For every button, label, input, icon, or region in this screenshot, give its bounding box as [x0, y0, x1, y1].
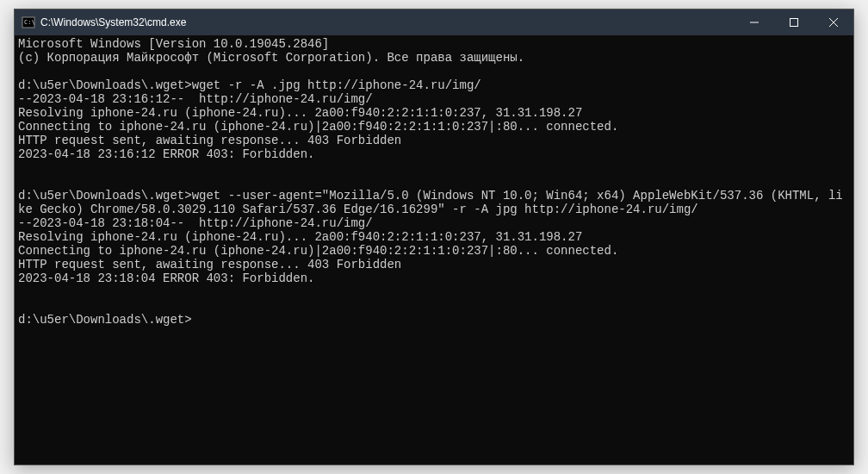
titlebar-buttons — [735, 9, 853, 35]
window-title: C:\Windows\System32\cmd.exe — [40, 16, 186, 28]
titlebar[interactable]: C:\ C:\Windows\System32\cmd.exe — [15, 9, 853, 35]
terminal-line: Resolving iphone-24.ru (iphone-24.ru)...… — [18, 230, 850, 244]
cmd-window: C:\ C:\Windows\System32\cmd.exe Microsof… — [14, 9, 854, 465]
svg-text:C:\: C:\ — [24, 19, 35, 26]
maximize-button[interactable] — [774, 9, 814, 35]
terminal-line: d:\u5er\Downloads\.wget>wget --user-agen… — [18, 189, 850, 216]
terminal-line: HTTP request sent, awaiting response... … — [18, 258, 850, 271]
terminal-line: Connecting to iphone-24.ru (iphone-24.ru… — [18, 120, 850, 134]
cmd-icon: C:\ — [22, 16, 35, 29]
terminal-line: 2023-04-18 23:16:12 ERROR 403: Forbidden… — [18, 147, 850, 161]
terminal-line: (c) Корпорация Майкрософт (Microsoft Cor… — [18, 51, 850, 65]
terminal-line: Microsoft Windows [Version 10.0.19045.28… — [18, 37, 850, 51]
terminal-line — [18, 175, 850, 189]
terminal-line: d:\u5er\Downloads\.wget> — [18, 313, 850, 327]
terminal-line — [18, 65, 850, 78]
terminal-line — [18, 299, 850, 313]
terminal-line — [18, 285, 850, 299]
svg-rect-3 — [790, 19, 798, 27]
minimize-button[interactable] — [735, 9, 774, 35]
terminal-line: --2023-04-18 23:18:04-- http://iphone-24… — [18, 216, 850, 230]
terminal-line: d:\u5er\Downloads\.wget>wget -r -A .jpg … — [18, 78, 850, 92]
terminal-line: 2023-04-18 23:18:04 ERROR 403: Forbidden… — [18, 271, 850, 285]
terminal-line: HTTP request sent, awaiting response... … — [18, 134, 850, 147]
terminal-output[interactable]: Microsoft Windows [Version 10.0.19045.28… — [15, 35, 853, 465]
titlebar-left: C:\ C:\Windows\System32\cmd.exe — [15, 16, 186, 29]
terminal-line: Connecting to iphone-24.ru (iphone-24.ru… — [18, 244, 850, 258]
terminal-line: --2023-04-18 23:16:12-- http://iphone-24… — [18, 92, 850, 106]
terminal-line — [18, 161, 850, 175]
terminal-line: Resolving iphone-24.ru (iphone-24.ru)...… — [18, 106, 850, 120]
close-button[interactable] — [814, 9, 853, 35]
